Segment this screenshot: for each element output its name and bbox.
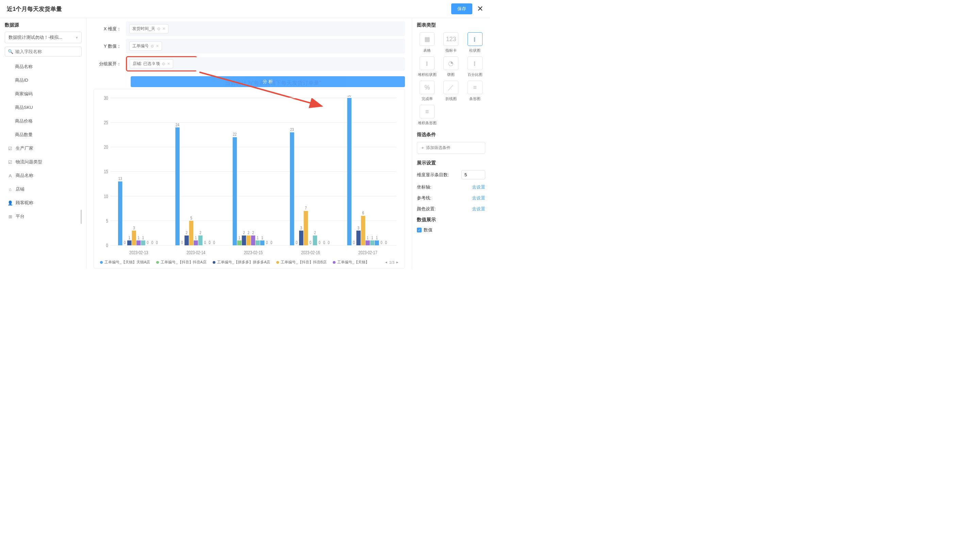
svg-rect-46 [233,137,237,245]
svg-text:1: 1 [261,235,263,239]
group-label: 分组展开： [94,61,126,67]
x-dim-label: X 维度： [94,26,126,32]
svg-text:2: 2 [248,230,250,235]
svg-rect-63 [290,132,294,245]
chart-type-3[interactable]: ⫿堆积柱状图 [417,56,437,77]
legend-next-icon[interactable]: ▸ [396,260,398,265]
svg-text:30: 30 [104,96,108,101]
svg-text:0: 0 [380,240,382,245]
axis-settings-link[interactable]: 去设置 [472,184,485,190]
datasource-select[interactable]: 数据统计测试勿动！-模拟... ▾ [5,32,82,43]
chart-type-6[interactable]: %完成率 [417,81,437,101]
group-tag[interactable]: 店铺: 已选 9 项 ⚙ ✕ [130,59,173,69]
chart-type-icon: % [420,81,434,94]
y-val-tag[interactable]: 工单编号 ⚙ ✕ [129,41,162,51]
chart-type-0[interactable]: ▦表格 [417,32,437,53]
chart-type-9[interactable]: ≡堆积条形图 [417,105,437,126]
field-item[interactable]: 商品名称 [5,60,82,73]
chart-type-7[interactable]: ／折线图 [441,81,461,101]
group-slot[interactable]: 店铺: 已选 9 项 ⚙ ✕ [126,56,197,72]
svg-rect-50 [242,236,246,245]
filter-title: 筛选条件 [417,132,485,138]
svg-text:2: 2 [186,230,188,235]
svg-text:0: 0 [296,240,298,245]
chart-type-icon: 123 [443,32,458,46]
legend-item[interactable]: 工单编号_【天猫】 [333,260,369,265]
x-dim-slot[interactable]: 发货时间_天 ⚙ ✕ [126,21,405,36]
svg-text:0: 0 [204,240,206,245]
chart-type-2[interactable]: ⫿柱状图 [465,32,485,53]
remove-icon[interactable]: ✕ [162,27,165,31]
svg-rect-34 [185,236,189,245]
chart-legend: 工单编号_【天猫】天猫A店工单编号_【抖音】抖音A店工单编号_【拼多多】拼多多A… [99,258,400,265]
field-item[interactable]: ☑物流问题类型 [5,155,82,169]
svg-rect-66 [299,231,303,245]
remove-icon[interactable]: ✕ [167,62,170,66]
legend-prev-icon[interactable]: ◂ [385,260,387,265]
chart-type-4[interactable]: ◔饼图 [441,56,461,77]
svg-text:2023-02-16: 2023-02-16 [301,250,320,255]
analyze-button[interactable]: 分 析 [130,76,405,87]
field-type-icon: ⊞ [8,214,13,219]
gear-icon[interactable]: ⚙ [157,27,161,31]
sidebar: 数据源 数据统计测试勿动！-模拟... ▾ 🔍 商品名称商品ID商家编码商品SK… [0,18,87,269]
chart-type-icon: ⫿ [420,56,434,70]
chevron-down-icon: ▾ [76,35,78,40]
group-slot-rest[interactable] [196,57,405,71]
svg-rect-38 [194,240,198,245]
legend-item[interactable]: 工单编号_【抖音】抖音B店 [276,260,326,265]
chart-type-icon: ⫿ [468,32,482,46]
field-item[interactable]: ⌂店铺 [5,182,82,196]
svg-text:30: 30 [347,95,351,97]
legend-page: 1/3 [389,260,395,265]
field-item[interactable]: 商品数量 [5,128,82,142]
field-search[interactable]: 🔍 [5,47,82,56]
field-item[interactable]: 商品价格 [5,114,82,128]
svg-rect-84 [366,240,369,245]
svg-rect-23 [137,240,140,245]
save-button[interactable]: 保存 [451,3,472,14]
legend-item[interactable]: 工单编号_【拼多多】拼多多A店 [213,260,270,265]
field-item[interactable]: A商品名称 [5,169,82,182]
svg-text:7: 7 [305,206,307,210]
scrollbar[interactable] [81,210,82,224]
field-item[interactable]: ☑生产厂家 [5,142,82,155]
field-item[interactable]: 👤顾客昵称 [5,196,82,210]
gear-icon[interactable]: ⚙ [150,44,154,49]
field-item[interactable]: 商品ID [5,73,82,87]
svg-text:0: 0 [181,240,183,245]
svg-text:0: 0 [124,240,126,245]
legend-color-icon [100,261,103,264]
svg-text:2: 2 [314,230,316,235]
dim-count-input[interactable] [461,170,485,179]
refline-settings-link[interactable]: 去设置 [472,195,485,201]
close-icon[interactable]: ✕ [477,5,483,13]
color-settings-link[interactable]: 去设置 [472,206,485,212]
sidebar-title: 数据源 [5,22,82,28]
add-filter-button[interactable]: ＋ 添加筛选条件 [417,142,485,154]
value-checkbox-row[interactable]: ✓ 数值 [417,227,485,233]
x-dim-tag[interactable]: 发货时间_天 ⚙ ✕ [129,24,169,33]
field-search-input[interactable] [15,49,79,54]
chart-type-8[interactable]: ≡条形图 [465,81,485,101]
chart-type-1[interactable]: 123指标卡 [441,32,461,53]
rightbar: 图表类型 ▦表格123指标卡⫿柱状图⫿堆积柱状图◔饼图⫿百分比图%完成率／折线图… [412,18,490,269]
legend-item[interactable]: 工单编号_【天猫】天猫A店 [100,260,150,265]
gear-icon[interactable]: ⚙ [162,62,165,66]
svg-text:2023-02-17: 2023-02-17 [358,250,377,255]
field-item[interactable]: 商品SKU [5,101,82,114]
svg-text:0: 0 [309,240,311,245]
svg-text:3: 3 [133,225,135,230]
field-item[interactable]: 商家编码 [5,87,82,101]
svg-text:20: 20 [104,145,108,150]
field-type-icon: A [8,173,13,178]
y-val-slot[interactable]: 工单编号 ⚙ ✕ [126,39,405,53]
chart-type-5[interactable]: ⫿百分比图 [465,56,485,77]
field-type-icon: ☑ [8,159,13,165]
svg-rect-40 [198,236,202,245]
remove-icon[interactable]: ✕ [156,44,159,48]
checkbox-checked-icon[interactable]: ✓ [417,228,422,233]
legend-item[interactable]: 工单编号_【抖音】抖音A店 [156,260,206,265]
svg-text:1: 1 [257,235,259,239]
field-item[interactable]: ⊞平台 [5,210,82,223]
